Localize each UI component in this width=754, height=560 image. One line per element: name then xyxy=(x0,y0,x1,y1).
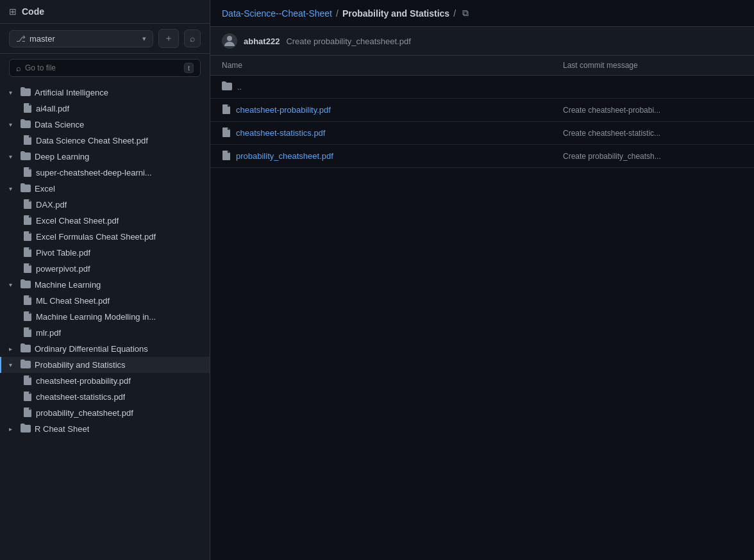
file-row-name: probability_cheatsheet.pdf xyxy=(236,151,563,161)
main-panel: Data-Science--Cheat-Sheet / Probability … xyxy=(210,0,754,560)
breadcrumb-current-folder: Probability and Statistics xyxy=(342,8,449,19)
file-tree: ▾Artificial Intelligenceai4all.pdf▾Data … xyxy=(0,82,210,560)
file-icon xyxy=(23,375,32,387)
sidebar-file-excel-cheat-sheet.pdf[interactable]: Excel Cheat Sheet.pdf xyxy=(0,213,210,229)
table-row[interactable]: cheatsheet-statistics.pdfCreate cheatshe… xyxy=(210,122,754,145)
branch-dropdown[interactable]: ⎇ master ▾ xyxy=(9,30,153,47)
add-branch-button[interactable]: ＋ xyxy=(158,29,179,48)
sidebar-file-data-science-cheat-sheet.pdf[interactable]: Data Science Cheat Sheet.pdf xyxy=(0,133,210,149)
commit-author: abhat222 xyxy=(244,37,280,46)
parent-folder-icon xyxy=(222,81,232,93)
sidebar-file-cheatsheet-probability.pdf[interactable]: cheatsheet-probability.pdf xyxy=(0,373,210,389)
file-icon xyxy=(23,327,32,339)
sidebar-folder-ordinary-differential-equations[interactable]: ▸Ordinary Differential Equations xyxy=(0,341,210,357)
chevron-icon: ▾ xyxy=(9,89,17,96)
search-button[interactable]: ⌕ xyxy=(184,29,201,47)
sidebar-folder-artificial-intelligence[interactable]: ▾Artificial Intelligence xyxy=(0,85,210,101)
chevron-icon: ▾ xyxy=(9,121,17,128)
table-row[interactable]: .. xyxy=(210,76,754,99)
file-icon xyxy=(23,263,32,275)
sidebar-folder-r-cheat-sheet[interactable]: ▸R Cheat Sheet xyxy=(0,421,210,437)
file-label: cheatsheet-statistics.pdf xyxy=(36,392,125,402)
file-icon xyxy=(23,247,32,259)
branch-label: master xyxy=(29,34,55,44)
copy-path-icon[interactable]: ⧉ xyxy=(462,8,469,19)
repo-breadcrumb-link[interactable]: Data-Science--Cheat-Sheet xyxy=(222,8,332,19)
file-row-commit: Create cheatsheet-probabi... xyxy=(563,106,742,115)
file-row-icon xyxy=(222,150,231,162)
folder-label: Artificial Intelligence xyxy=(35,88,108,97)
col-commit-header: Last commit message xyxy=(563,61,742,70)
folder-icon xyxy=(21,183,31,195)
sidebar-file-ai4all.pdf[interactable]: ai4all.pdf xyxy=(0,101,210,117)
breadcrumb: Data-Science--Cheat-Sheet / Probability … xyxy=(210,0,754,27)
sidebar-title: Code xyxy=(22,6,201,17)
sidebar-header: ⊞ Code xyxy=(0,0,210,24)
search-input[interactable] xyxy=(25,63,180,72)
file-label: DAX.pdf xyxy=(36,200,67,210)
file-label: super-cheatsheet-deep-learni... xyxy=(36,168,152,177)
sidebar-file-cheatsheet-statistics.pdf[interactable]: cheatsheet-statistics.pdf xyxy=(0,389,210,405)
file-row-name: cheatsheet-probability.pdf xyxy=(236,105,563,115)
col-name-header: Name xyxy=(222,61,563,70)
sidebar-folder-excel[interactable]: ▾Excel xyxy=(0,181,210,197)
sidebar-file-machine-learning-modelling-in...[interactable]: Machine Learning Modelling in... xyxy=(0,309,210,325)
chevron-icon: ▾ xyxy=(9,153,17,160)
file-row-name: .. xyxy=(237,82,563,92)
file-icon xyxy=(23,231,32,243)
sidebar-file-mlr.pdf[interactable]: mlr.pdf xyxy=(0,325,210,341)
avatar xyxy=(222,33,237,49)
search-icon: ⌕ xyxy=(16,63,21,73)
commit-bar: abhat222 Create probability_cheatsheet.p… xyxy=(210,27,754,56)
file-rows-container: ..cheatsheet-probability.pdfCreate cheat… xyxy=(210,76,754,168)
sidebar-file-ml-cheat-sheet.pdf[interactable]: ML Cheat Sheet.pdf xyxy=(0,293,210,309)
folder-icon xyxy=(21,151,31,163)
file-label: Excel Formulas Cheat Sheet.pdf xyxy=(36,232,156,242)
folder-icon xyxy=(21,119,31,131)
branch-icon: ⎇ xyxy=(16,34,26,44)
sidebar-file-excel-formulas-cheat-sheet.pdf[interactable]: Excel Formulas Cheat Sheet.pdf xyxy=(0,229,210,245)
file-row-icon xyxy=(222,104,231,116)
file-label: Pivot Table.pdf xyxy=(36,248,90,258)
file-icon xyxy=(23,103,32,115)
sidebar-file-pivot-table.pdf[interactable]: Pivot Table.pdf xyxy=(0,245,210,261)
file-icon xyxy=(23,391,32,403)
file-icon xyxy=(23,199,32,211)
table-row[interactable]: probability_cheatsheet.pdfCreate probabi… xyxy=(210,145,754,168)
folder-icon xyxy=(21,86,31,99)
sidebar-folder-machine-learning[interactable]: ▾Machine Learning xyxy=(0,277,210,293)
file-icon xyxy=(23,167,32,179)
sidebar-file-powerpivot.pdf[interactable]: powerpivot.pdf xyxy=(0,261,210,277)
search-shortcut: t xyxy=(184,63,194,73)
folder-icon xyxy=(21,359,31,371)
sidebar-folder-data-science[interactable]: ▾Data Science xyxy=(0,117,210,133)
sidebar-file-super-cheatsheet-deep-learni...[interactable]: super-cheatsheet-deep-learni... xyxy=(0,165,210,181)
chevron-icon: ▸ xyxy=(9,345,17,352)
folder-label: R Cheat Sheet xyxy=(35,424,89,434)
file-row-commit: Create probability_cheatsh... xyxy=(563,152,742,161)
folder-label: Deep Learning xyxy=(35,152,89,161)
file-label: Excel Cheat Sheet.pdf xyxy=(36,216,119,226)
file-icon xyxy=(23,295,32,307)
sidebar-file-dax.pdf[interactable]: DAX.pdf xyxy=(0,197,210,213)
grid-icon: ⊞ xyxy=(9,6,17,17)
folder-icon xyxy=(21,343,31,355)
svg-point-0 xyxy=(227,36,232,41)
file-icon xyxy=(23,407,32,419)
folder-label: Probability and Statistics xyxy=(35,360,126,370)
file-icon xyxy=(23,135,32,147)
sidebar-folder-probability-and-statistics[interactable]: ▾Probability and Statistics xyxy=(0,357,210,373)
chevron-icon: ▾ xyxy=(9,281,17,288)
sidebar-folder-deep-learning[interactable]: ▾Deep Learning xyxy=(0,149,210,165)
breadcrumb-sep1: / xyxy=(336,8,339,19)
file-label: ai4all.pdf xyxy=(36,104,69,113)
sidebar-file-probability_cheatsheet.pdf[interactable]: probability_cheatsheet.pdf xyxy=(0,405,210,421)
folder-label: Machine Learning xyxy=(35,280,101,290)
folder-label: Data Science xyxy=(35,120,84,129)
table-header: Name Last commit message xyxy=(210,56,754,76)
table-row[interactable]: cheatsheet-probability.pdfCreate cheatsh… xyxy=(210,99,754,122)
folder-label: Ordinary Differential Equations xyxy=(35,344,148,354)
file-label: Data Science Cheat Sheet.pdf xyxy=(36,136,148,145)
chevron-down-icon: ▾ xyxy=(142,35,146,43)
file-label: probability_cheatsheet.pdf xyxy=(36,408,133,418)
